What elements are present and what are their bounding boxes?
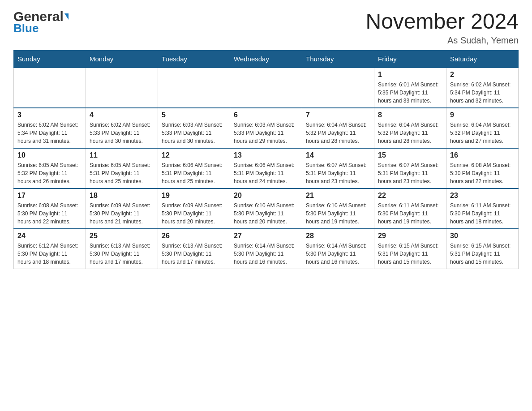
logo: General Blue: [13, 9, 69, 35]
title-section: November 2024 As Sudah, Yemen: [365, 9, 519, 46]
day-number: 15: [378, 151, 442, 159]
day-number: 28: [306, 232, 370, 240]
day-info: Sunrise: 6:03 AM Sunset: 5:33 PM Dayligh…: [234, 121, 298, 145]
column-header-wednesday: Wednesday: [230, 51, 302, 68]
day-number: 6: [234, 111, 298, 119]
day-number: 20: [234, 192, 298, 200]
calendar-cell: [230, 68, 302, 108]
day-number: 26: [162, 232, 226, 240]
day-number: 23: [450, 192, 515, 200]
calendar-cell: 3Sunrise: 6:02 AM Sunset: 5:34 PM Daylig…: [14, 108, 86, 148]
day-number: 17: [17, 192, 82, 200]
day-info: Sunrise: 6:06 AM Sunset: 5:31 PM Dayligh…: [162, 161, 226, 185]
day-number: 22: [378, 192, 442, 200]
calendar-week-5: 24Sunrise: 6:12 AM Sunset: 5:30 PM Dayli…: [14, 229, 519, 269]
day-info: Sunrise: 6:04 AM Sunset: 5:32 PM Dayligh…: [306, 121, 370, 145]
day-number: 18: [90, 192, 154, 200]
day-number: 2: [450, 71, 515, 79]
calendar-cell: 15Sunrise: 6:07 AM Sunset: 5:31 PM Dayli…: [374, 148, 446, 188]
calendar-cell: 30Sunrise: 6:15 AM Sunset: 5:31 PM Dayli…: [446, 229, 519, 269]
calendar-cell: 22Sunrise: 6:11 AM Sunset: 5:30 PM Dayli…: [374, 188, 446, 229]
day-info: Sunrise: 6:11 AM Sunset: 5:30 PM Dayligh…: [450, 201, 515, 226]
column-header-tuesday: Tuesday: [158, 51, 230, 68]
day-info: Sunrise: 6:09 AM Sunset: 5:30 PM Dayligh…: [162, 201, 226, 226]
day-info: Sunrise: 6:15 AM Sunset: 5:31 PM Dayligh…: [378, 242, 442, 266]
page-header: General Blue November 2024 As Sudah, Yem…: [13, 9, 519, 46]
day-info: Sunrise: 6:09 AM Sunset: 5:30 PM Dayligh…: [90, 201, 154, 226]
calendar-cell: 7Sunrise: 6:04 AM Sunset: 5:32 PM Daylig…: [302, 108, 374, 148]
calendar-week-3: 10Sunrise: 6:05 AM Sunset: 5:32 PM Dayli…: [14, 148, 519, 188]
day-info: Sunrise: 6:14 AM Sunset: 5:30 PM Dayligh…: [306, 242, 370, 266]
day-info: Sunrise: 6:01 AM Sunset: 5:35 PM Dayligh…: [378, 81, 442, 105]
calendar-week-4: 17Sunrise: 6:08 AM Sunset: 5:30 PM Dayli…: [14, 188, 519, 229]
calendar-cell: 1Sunrise: 6:01 AM Sunset: 5:35 PM Daylig…: [374, 68, 446, 108]
location-subtitle: As Sudah, Yemen: [365, 35, 519, 46]
day-number: 9: [450, 111, 515, 119]
calendar-cell: [86, 68, 158, 108]
day-number: 16: [450, 151, 515, 159]
calendar-cell: 19Sunrise: 6:09 AM Sunset: 5:30 PM Dayli…: [158, 188, 230, 229]
day-info: Sunrise: 6:13 AM Sunset: 5:30 PM Dayligh…: [90, 242, 154, 266]
day-info: Sunrise: 6:07 AM Sunset: 5:31 PM Dayligh…: [378, 161, 442, 185]
calendar-cell: 12Sunrise: 6:06 AM Sunset: 5:31 PM Dayli…: [158, 148, 230, 188]
day-number: 25: [90, 232, 154, 240]
calendar-cell: 10Sunrise: 6:05 AM Sunset: 5:32 PM Dayli…: [14, 148, 86, 188]
day-number: 14: [306, 151, 370, 159]
day-number: 8: [378, 111, 442, 119]
column-header-thursday: Thursday: [302, 51, 374, 68]
calendar-header-row: SundayMondayTuesdayWednesdayThursdayFrid…: [14, 51, 519, 68]
calendar-cell: 29Sunrise: 6:15 AM Sunset: 5:31 PM Dayli…: [374, 229, 446, 269]
calendar-cell: 9Sunrise: 6:04 AM Sunset: 5:32 PM Daylig…: [446, 108, 519, 148]
calendar-cell: 14Sunrise: 6:07 AM Sunset: 5:31 PM Dayli…: [302, 148, 374, 188]
day-number: 21: [306, 192, 370, 200]
day-info: Sunrise: 6:12 AM Sunset: 5:30 PM Dayligh…: [17, 242, 82, 266]
calendar-cell: 11Sunrise: 6:05 AM Sunset: 5:31 PM Dayli…: [86, 148, 158, 188]
column-header-friday: Friday: [374, 51, 446, 68]
day-info: Sunrise: 6:14 AM Sunset: 5:30 PM Dayligh…: [234, 242, 298, 266]
calendar-week-2: 3Sunrise: 6:02 AM Sunset: 5:34 PM Daylig…: [14, 108, 519, 148]
day-info: Sunrise: 6:06 AM Sunset: 5:31 PM Dayligh…: [234, 161, 298, 185]
day-info: Sunrise: 6:11 AM Sunset: 5:30 PM Dayligh…: [378, 201, 442, 226]
calendar-cell: 23Sunrise: 6:11 AM Sunset: 5:30 PM Dayli…: [446, 188, 519, 229]
day-number: 12: [162, 151, 226, 159]
calendar-cell: 5Sunrise: 6:03 AM Sunset: 5:33 PM Daylig…: [158, 108, 230, 148]
calendar-cell: [14, 68, 86, 108]
day-info: Sunrise: 6:05 AM Sunset: 5:31 PM Dayligh…: [90, 161, 154, 185]
day-number: 10: [17, 151, 82, 159]
day-info: Sunrise: 6:02 AM Sunset: 5:33 PM Dayligh…: [90, 121, 154, 145]
calendar-cell: [158, 68, 230, 108]
page-title: November 2024: [365, 9, 519, 34]
day-number: 24: [17, 232, 82, 240]
calendar-week-1: 1Sunrise: 6:01 AM Sunset: 5:35 PM Daylig…: [14, 68, 519, 108]
calendar-cell: 24Sunrise: 6:12 AM Sunset: 5:30 PM Dayli…: [14, 229, 86, 269]
calendar-cell: 2Sunrise: 6:02 AM Sunset: 5:34 PM Daylig…: [446, 68, 519, 108]
day-number: 1: [378, 71, 442, 79]
day-number: 7: [306, 111, 370, 119]
calendar-table: SundayMondayTuesdayWednesdayThursdayFrid…: [13, 50, 519, 269]
calendar-cell: 8Sunrise: 6:04 AM Sunset: 5:32 PM Daylig…: [374, 108, 446, 148]
day-info: Sunrise: 6:02 AM Sunset: 5:34 PM Dayligh…: [450, 81, 515, 105]
logo-arrow-icon: [64, 13, 69, 20]
day-number: 11: [90, 151, 154, 159]
day-info: Sunrise: 6:02 AM Sunset: 5:34 PM Dayligh…: [17, 121, 82, 145]
day-number: 30: [450, 232, 515, 240]
logo-blue-text: Blue: [13, 22, 69, 35]
day-number: 3: [17, 111, 82, 119]
day-info: Sunrise: 6:13 AM Sunset: 5:30 PM Dayligh…: [162, 242, 226, 266]
day-info: Sunrise: 6:15 AM Sunset: 5:31 PM Dayligh…: [450, 242, 515, 266]
day-info: Sunrise: 6:08 AM Sunset: 5:30 PM Dayligh…: [450, 161, 515, 185]
day-info: Sunrise: 6:10 AM Sunset: 5:30 PM Dayligh…: [234, 201, 298, 226]
day-number: 5: [162, 111, 226, 119]
day-info: Sunrise: 6:07 AM Sunset: 5:31 PM Dayligh…: [306, 161, 370, 185]
day-info: Sunrise: 6:04 AM Sunset: 5:32 PM Dayligh…: [450, 121, 515, 145]
day-info: Sunrise: 6:10 AM Sunset: 5:30 PM Dayligh…: [306, 201, 370, 226]
day-number: 29: [378, 232, 442, 240]
calendar-cell: 21Sunrise: 6:10 AM Sunset: 5:30 PM Dayli…: [302, 188, 374, 229]
calendar-cell: 17Sunrise: 6:08 AM Sunset: 5:30 PM Dayli…: [14, 188, 86, 229]
calendar-cell: 26Sunrise: 6:13 AM Sunset: 5:30 PM Dayli…: [158, 229, 230, 269]
day-info: Sunrise: 6:03 AM Sunset: 5:33 PM Dayligh…: [162, 121, 226, 145]
calendar-cell: 6Sunrise: 6:03 AM Sunset: 5:33 PM Daylig…: [230, 108, 302, 148]
calendar-cell: 13Sunrise: 6:06 AM Sunset: 5:31 PM Dayli…: [230, 148, 302, 188]
column-header-saturday: Saturday: [446, 51, 519, 68]
calendar-cell: 18Sunrise: 6:09 AM Sunset: 5:30 PM Dayli…: [86, 188, 158, 229]
